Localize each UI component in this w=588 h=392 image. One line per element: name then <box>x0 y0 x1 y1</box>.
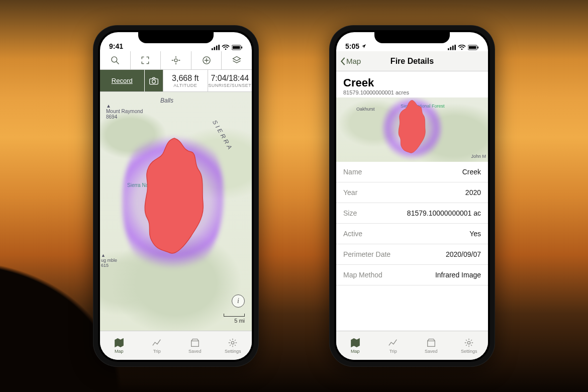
phone-map-view: 9:41 Record 3,668 ft ALTITUDE <box>93 25 259 367</box>
row-value: 81579.10000000001 ac <box>407 209 481 217</box>
tab-label: Map <box>115 349 124 354</box>
row-value: Creek <box>462 168 481 176</box>
nav-title: Fire Details <box>390 57 434 66</box>
tab-settings[interactable]: Settings <box>214 331 252 360</box>
altitude-label: ALTITUDE <box>173 83 197 88</box>
svg-rect-2 <box>216 46 218 50</box>
svg-rect-26 <box>454 45 456 50</box>
svg-rect-0 <box>212 48 213 50</box>
tab-label: Map <box>351 349 360 354</box>
svg-rect-3 <box>218 45 220 50</box>
settings-icon <box>227 338 238 348</box>
sunrise-sunset-readout[interactable]: 7:04/18:44 SUNRISE/SUNSET <box>208 70 252 91</box>
fire-acres: 81579.10000000001 acres <box>343 89 481 95</box>
saved-icon <box>426 338 437 348</box>
status-time: 5:05 <box>345 42 366 50</box>
svg-point-8 <box>112 57 117 62</box>
tab-label: Saved <box>425 349 438 354</box>
svg-point-33 <box>468 341 470 344</box>
fire-name: Creek <box>343 76 481 89</box>
tab-map[interactable]: Map <box>336 331 374 360</box>
nav-bar: Map Fire Details <box>336 51 488 71</box>
tab-settings[interactable]: Settings <box>450 331 488 360</box>
tab-saved[interactable]: Saved <box>412 331 450 360</box>
row-key: Perimeter Date <box>343 250 390 258</box>
row-value: 2020 <box>465 188 481 197</box>
map-canvas[interactable]: ▲Mount Raymond8694 Balls SIERRA Sierra N… <box>100 92 252 331</box>
layers-icon[interactable] <box>222 51 252 69</box>
back-label: Map <box>346 57 361 65</box>
icon-toolbar <box>100 51 252 70</box>
camera-button[interactable] <box>145 70 163 91</box>
table-row: Size81579.10000000001 ac <box>336 203 488 224</box>
fire-perimeter[interactable] <box>137 137 212 257</box>
info-button[interactable]: i <box>232 295 245 308</box>
altitude-readout[interactable]: 3,668 ft ALTITUDE <box>163 70 208 91</box>
record-button[interactable]: Record <box>100 70 145 91</box>
battery-icon <box>232 45 243 50</box>
table-row: Perimeter Date2020/09/07 <box>336 244 488 265</box>
fullscreen-icon[interactable] <box>131 51 161 69</box>
tab-map[interactable]: Map <box>100 331 138 360</box>
svg-point-27 <box>461 49 463 50</box>
tab-label: Trip <box>389 349 397 354</box>
row-key: Map Method <box>343 271 382 279</box>
map-label-mount: ▲Mount Raymond8694 <box>106 103 143 120</box>
svg-rect-7 <box>241 47 242 49</box>
tab-bar: Map Trip Saved Settings <box>336 331 488 360</box>
saved-icon <box>189 338 201 348</box>
map-label-john: John M <box>471 154 486 159</box>
location-arrow-icon <box>361 44 366 49</box>
settings-icon <box>463 338 474 348</box>
tab-label: Settings <box>461 349 477 354</box>
status-indicators <box>212 45 243 50</box>
row-key: Year <box>343 188 357 197</box>
status-indicators <box>448 45 479 50</box>
svg-rect-24 <box>450 47 451 50</box>
row-value: Yes <box>469 230 481 238</box>
tab-label: Trip <box>153 349 161 354</box>
map-label-ug: ▲ug mble615 <box>101 253 117 268</box>
row-key: Name <box>343 168 362 176</box>
camera-icon <box>149 76 159 85</box>
chevron-left-icon <box>339 57 346 66</box>
table-row: NameCreek <box>336 162 488 182</box>
row-key: Size <box>343 209 357 217</box>
detail-list: NameCreek Year2020 Size81579.10000000001… <box>336 162 488 331</box>
sun-label: SUNRISE/SUNSET <box>208 83 251 88</box>
wifi-icon <box>222 45 230 50</box>
table-row: ActiveYes <box>336 224 488 244</box>
svg-rect-25 <box>452 46 454 50</box>
scale-bar: 5 mi <box>224 314 245 324</box>
detail-mini-map[interactable]: Oakhurst Sierra National Forest John M <box>336 97 488 162</box>
svg-rect-23 <box>448 48 449 50</box>
map-label-balls: Balls <box>160 97 173 104</box>
add-icon[interactable] <box>191 51 222 69</box>
tab-trip[interactable]: Trip <box>374 331 413 360</box>
map-label-oakhurst: Oakhurst <box>356 107 375 112</box>
back-button[interactable]: Map <box>339 57 361 66</box>
battery-icon <box>468 45 479 50</box>
svg-point-4 <box>225 49 227 50</box>
altitude-value: 3,668 ft <box>172 74 199 83</box>
svg-rect-29 <box>469 46 476 49</box>
svg-line-9 <box>116 62 119 64</box>
svg-point-22 <box>232 341 234 344</box>
tab-label: Settings <box>225 349 241 354</box>
trip-icon <box>387 338 399 348</box>
tab-trip[interactable]: Trip <box>138 331 176 360</box>
tab-saved[interactable]: Saved <box>176 331 214 360</box>
map-icon <box>350 338 361 348</box>
map-icon <box>114 338 125 348</box>
action-toolbar: Record 3,668 ft ALTITUDE 7:04/18:44 SUNR… <box>100 70 252 92</box>
table-row: Year2020 <box>336 182 488 203</box>
table-row: Map MethodInfrared Image <box>336 265 488 285</box>
signal-icon <box>212 45 220 50</box>
svg-rect-6 <box>233 46 240 49</box>
sun-value: 7:04/18:44 <box>211 74 249 83</box>
detail-header: Creek 81579.10000000001 acres <box>336 71 488 97</box>
svg-rect-30 <box>477 47 478 49</box>
locate-icon[interactable] <box>161 51 191 69</box>
search-icon[interactable] <box>100 51 131 69</box>
record-label: Record <box>112 77 133 84</box>
